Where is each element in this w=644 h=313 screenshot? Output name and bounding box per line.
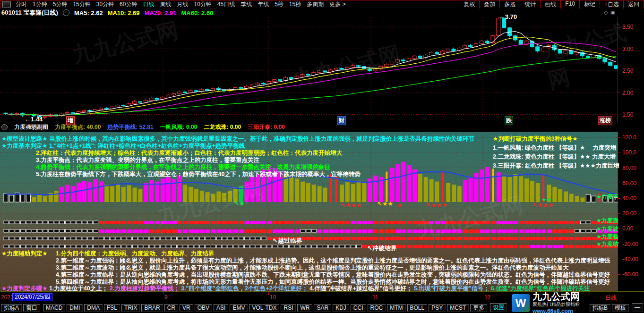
toolbar-button-CR[interactable]: CR [164, 304, 178, 312]
candlestick-chart[interactable] [0, 17, 618, 123]
menu-item-统计[interactable]: 统计 [520, 0, 540, 8]
menu-item-日线[interactable]: 日线 [140, 0, 157, 8]
indicator-axis-tick [618, 183, 620, 183]
price-axis-label: 3.50 [622, 24, 633, 30]
menu-item-10分钟[interactable]: 10分钟 [191, 0, 214, 8]
toolbar-button-KDJ[interactable]: KDJ [333, 304, 349, 312]
indicator-axis-tick [618, 198, 620, 199]
toolbar-button-指标B[interactable]: 指标B [590, 304, 610, 312]
indicator-axis-label: 80.00 [622, 165, 636, 171]
app-icon[interactable] [2, 1, 11, 8]
toolbar-button-更多[interactable]: 更多 [470, 304, 487, 312]
toolbar-button-VOL-TDX[interactable]: VOL-TDX [249, 304, 279, 312]
menu-item-+自选[interactable]: +自选 [600, 0, 623, 8]
menu-item-15秒[interactable]: 15秒 [286, 0, 304, 8]
indicator-icon[interactable] [1, 124, 8, 130]
toolbar-button-WR[interactable]: WR [297, 304, 312, 312]
indicator-axis-label: 100.0 [622, 149, 636, 156]
indicator-axis-tick [618, 168, 620, 168]
date-tick-label: 9 [164, 294, 168, 301]
date-axis: 2022 2024/07/25/四 日线 9101112 [0, 291, 644, 302]
toolbar-button-EMV[interactable]: EMV [230, 304, 248, 312]
date-tick [371, 292, 371, 295]
action-menu: 复权叠加多股统计画线F10标记+自选返回 [459, 0, 644, 8]
toolbar-button-BRAR[interactable]: BRAR [141, 304, 163, 312]
price-axis: 3.503.002.502.001.50 [618, 17, 644, 123]
menu-item-45日线[interactable]: 45日线 [215, 0, 238, 8]
menu-item-叠加[interactable]: 叠加 [479, 0, 499, 8]
date-tick [163, 292, 163, 295]
indicator-axis-tick [618, 137, 620, 138]
indicator-axis-label: -20.00 [622, 241, 638, 247]
indicator-axis-label: 40.00 [622, 195, 636, 202]
menu-item-15分钟[interactable]: 15分钟 [70, 0, 93, 8]
menu-item-返回[interactable]: 返回 [623, 0, 644, 8]
price-axis-tick [618, 71, 620, 71]
menu-item-多股[interactable]: 多股 [499, 0, 520, 8]
toolbar-button-CCI[interactable]: CCI [351, 304, 366, 312]
toolbar-button-指标A[interactable]: 指标A [1, 304, 22, 312]
indicator-svg[interactable] [0, 132, 618, 291]
toolbar-button-RSI[interactable]: RSI [281, 304, 296, 312]
indicator-panel[interactable] [0, 132, 618, 291]
toolbar-button-FSL[interactable]: FSL [104, 304, 120, 312]
indicator-axis-tick [618, 213, 620, 214]
indicator-header: 力度强弱副图 力度平衡点: 40.00趋势平衡线: 52.81一帆风顺: 0.0… [0, 123, 644, 131]
indicator-axis-label: 60.00 [622, 180, 636, 186]
menu-item-更多 >[interactable]: 更多 > [326, 0, 348, 8]
menu-item-1分钟[interactable]: 1分钟 [30, 0, 50, 8]
date-tick-label: 10 [270, 294, 276, 301]
menu-item-30分钟[interactable]: 30分钟 [94, 0, 117, 8]
indicator-axis-tick [618, 228, 620, 229]
toolbar-button-ROC[interactable]: ROC [368, 304, 386, 312]
menu-item-5分钟[interactable]: 5分钟 [50, 0, 70, 8]
toolbar-button-BOLL[interactable]: BOLL [407, 304, 428, 312]
toolbar-button-DMA[interactable]: DMA [84, 304, 103, 312]
price-axis-tick [618, 27, 620, 27]
date-tick-label: 12 [484, 294, 490, 301]
menu-item-季线[interactable]: 季线 [238, 0, 255, 8]
menu-item-标记[interactable]: 标记 [579, 0, 600, 8]
settings-button[interactable]: 设置 [490, 303, 507, 312]
toolbar-button-PSY[interactable]: PSY [429, 304, 446, 312]
indicator-axis-label: 0.00 [622, 225, 633, 232]
toolbar-button-模板[interactable]: 模板 [612, 304, 629, 312]
toolbar-button-OBV[interactable]: OBV [195, 304, 212, 312]
toolbar-button-MCST[interactable]: MCST [447, 304, 469, 312]
menu-item-F10[interactable]: F10 [560, 0, 579, 8]
toolbar-button-MACD[interactable]: MACD [43, 304, 65, 312]
clock-icon [63, 9, 69, 16]
price-axis-tick [618, 93, 620, 93]
menu-item-5秒[interactable]: 5秒 [272, 0, 286, 8]
indicator-axis-tick [618, 259, 620, 259]
toolbar-button-TRIX[interactable]: TRIX [121, 304, 140, 312]
date-tick [268, 292, 269, 295]
price-svg[interactable] [0, 17, 618, 123]
menu-item-月线[interactable]: 月线 [174, 0, 191, 8]
toolbar-button-DMI[interactable]: DMI [67, 304, 83, 312]
toolbar-button-窗口[interactable]: 窗口 [23, 304, 40, 312]
selected-date-box[interactable]: 2024/07/25/四 [12, 293, 52, 301]
toolbar-button-MTM[interactable]: MTM [387, 304, 405, 312]
price-axis-label: 1.50 [622, 111, 633, 118]
menu-item-60分钟[interactable]: 60分钟 [117, 0, 140, 8]
menu-item-年线[interactable]: 年线 [255, 0, 272, 8]
toolbar-button-ASI[interactable]: ASI [214, 304, 228, 312]
bottom-toolbar: 指标A窗口MACDDMIDMAFSLTRIXBRARCRVROBVASIEMVV… [0, 302, 644, 313]
ma60-value: MA60: 2.60 [181, 9, 213, 17]
price-axis-label: 3.00 [622, 46, 633, 52]
menu-item-复权[interactable]: 复权 [459, 0, 479, 8]
menu-item-分时[interactable]: 分时 [13, 0, 30, 8]
menu-item-画线[interactable]: 画线 [540, 0, 560, 8]
stock-info-bar: 601011 宝泰隆(日线) MA5: 2.62 MA10: 2.69 MA20… [0, 8, 644, 17]
toolbar-button-VR[interactable]: VR [180, 304, 193, 312]
menu-item-多周期[interactable]: 多周期 [304, 0, 326, 8]
indicator-axis-label: -40.00 [622, 256, 638, 262]
indicator-value-二龙戏珠: 二龙戏珠: 0.00 [204, 123, 241, 131]
toolbar-button-SAR[interactable]: SAR [314, 304, 331, 312]
price-axis-tick [618, 49, 620, 49]
indicator-value-力度平衡点: 力度平衡点: 40.00 [55, 123, 101, 131]
minimize-button[interactable]: — [632, 303, 643, 312]
date-tick-label: 11 [372, 294, 378, 301]
menu-item-周线[interactable]: 周线 [157, 0, 174, 8]
